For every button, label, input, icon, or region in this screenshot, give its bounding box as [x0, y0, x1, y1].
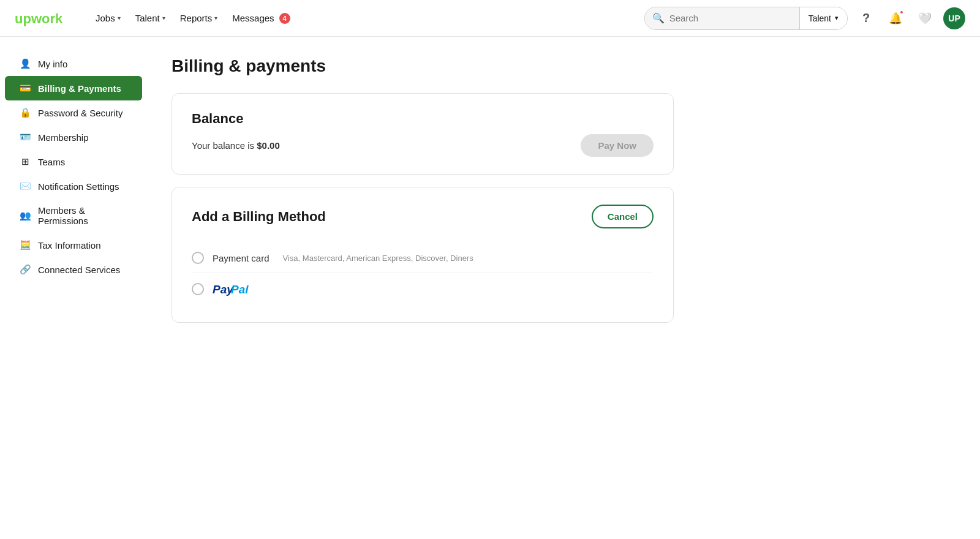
sidebar-item-members[interactable]: 👥 Members & Permissions — [5, 198, 142, 233]
main-content: Billing & payments Balance Your balance … — [147, 37, 698, 539]
nav-messages[interactable]: Messages 4 — [226, 9, 296, 28]
search-input-wrap[interactable]: 🔍 — [645, 7, 799, 29]
balance-card: Balance Your balance is $0.00 Pay Now — [172, 93, 674, 175]
sidebar-item-connected[interactable]: 🔗 Connected Services — [5, 257, 142, 282]
sidebar-item-membership[interactable]: 🪪 Membership — [5, 125, 142, 149]
billing-method-title: Add a Billing Method — [192, 209, 326, 225]
nav-reports[interactable]: Reports ▾ — [174, 9, 224, 27]
search-filter-dropdown[interactable]: Talent ▾ — [800, 7, 847, 29]
pay-now-button[interactable]: Pay Now — [581, 134, 654, 157]
payment-option-card[interactable]: Payment card Visa, Mastercard, American … — [192, 243, 654, 273]
nav-right: 🔍 Talent ▾ ? 🔔 🤍 UP — [644, 7, 965, 30]
sidebar-item-password[interactable]: 🔒 Password & Security — [5, 100, 142, 125]
nav-links: Jobs ▾ Talent ▾ Reports ▾ Messages 4 — [89, 9, 644, 28]
card-icon: 💳 — [20, 83, 31, 94]
chevron-down-icon: ▾ — [835, 14, 839, 22]
chevron-down-icon: ▾ — [162, 15, 165, 21]
radio-paypal[interactable] — [192, 283, 204, 295]
group-icon: 👥 — [20, 210, 31, 221]
teams-icon: ⊞ — [20, 156, 31, 167]
add-billing-method-card: Add a Billing Method Cancel Payment card… — [172, 187, 674, 323]
notification-dot — [899, 10, 904, 15]
search-icon: 🔍 — [652, 12, 665, 24]
top-navigation: upwork Jobs ▾ Talent ▾ Reports ▾ Message… — [0, 0, 980, 37]
help-button[interactable]: ? — [855, 7, 877, 29]
heart-icon: 🤍 — [918, 12, 932, 25]
cancel-button[interactable]: Cancel — [592, 205, 654, 228]
favorites-button[interactable]: 🤍 — [914, 7, 936, 29]
radio-payment-card[interactable] — [192, 252, 204, 264]
messages-badge: 4 — [279, 13, 290, 24]
balance-amount: $0.00 — [257, 140, 280, 151]
balance-row: Your balance is $0.00 Pay Now — [192, 134, 654, 157]
lock-icon: 🔒 — [20, 107, 31, 118]
search-bar: 🔍 Talent ▾ — [644, 7, 848, 30]
sidebar-item-tax[interactable]: 🧮 Tax Information — [5, 233, 142, 257]
link-icon: 🔗 — [20, 264, 31, 275]
chevron-down-icon: ▾ — [214, 15, 217, 21]
notifications-button[interactable]: 🔔 — [884, 7, 907, 29]
svg-text:upwork: upwork — [15, 11, 63, 26]
upwork-logo[interactable]: upwork — [15, 10, 70, 27]
payment-card-sub: Visa, Mastercard, American Express, Disc… — [283, 254, 473, 263]
balance-title: Balance — [192, 111, 654, 127]
badge-icon: 🪪 — [20, 132, 31, 143]
calculator-icon: 🧮 — [20, 239, 31, 251]
balance-text: Your balance is $0.00 — [192, 140, 280, 151]
mail-icon: ✉️ — [20, 181, 31, 192]
user-avatar[interactable]: UP — [943, 7, 965, 29]
billing-method-header: Add a Billing Method Cancel — [192, 205, 654, 228]
sidebar-item-billing[interactable]: 💳 Billing & Payments — [5, 76, 142, 100]
payment-option-paypal[interactable]: Pay Pal — [192, 273, 654, 305]
svg-text:Pal: Pal — [231, 283, 249, 296]
search-input[interactable] — [669, 13, 792, 23]
nav-talent[interactable]: Talent ▾ — [129, 9, 172, 27]
payment-card-label: Payment card — [213, 253, 270, 263]
nav-jobs[interactable]: Jobs ▾ — [89, 9, 127, 27]
chevron-down-icon: ▾ — [118, 15, 121, 21]
paypal-logo: Pay Pal — [213, 282, 262, 296]
page-wrap: 👤 My info 💳 Billing & Payments 🔒 Passwor… — [0, 37, 980, 539]
sidebar-item-my-info[interactable]: 👤 My info — [5, 51, 142, 76]
sidebar-item-teams[interactable]: ⊞ Teams — [5, 149, 142, 174]
sidebar-item-notifications[interactable]: ✉️ Notification Settings — [5, 174, 142, 198]
page-title: Billing & payments — [172, 56, 674, 76]
person-icon: 👤 — [20, 58, 31, 69]
sidebar: 👤 My info 💳 Billing & Payments 🔒 Passwor… — [0, 37, 147, 539]
